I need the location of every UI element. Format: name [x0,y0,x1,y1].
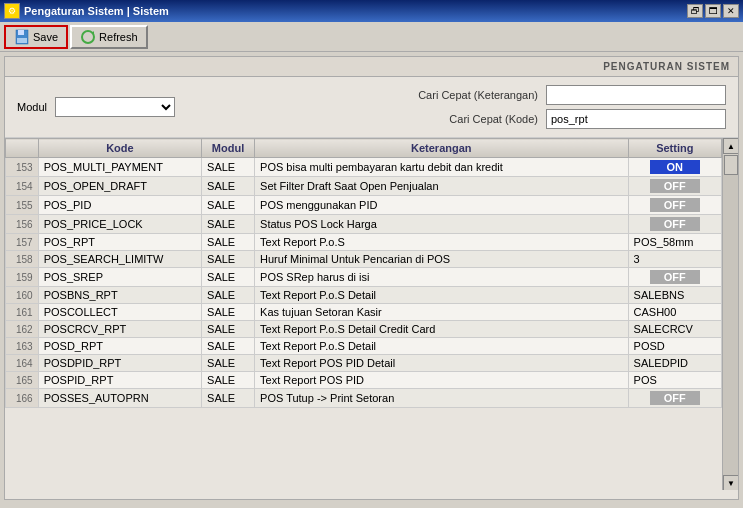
window-controls[interactable]: 🗗 🗖 ✕ [687,4,739,18]
scrollbar[interactable]: ▲ ▼ [722,138,738,490]
modul-select[interactable] [55,97,175,117]
col-header-kode[interactable]: Kode [38,139,201,158]
cell-kode: POSDPID_RPT [38,355,201,372]
cell-setting: OFF [628,268,721,287]
cari-kode-input[interactable] [546,109,726,129]
table-row[interactable]: 166POSSES_AUTOPRNSALEPOS Tutup -> Print … [6,389,722,408]
setting-off-badge: OFF [650,198,700,212]
cari-keterangan-label: Cari Cepat (Keterangan) [418,89,538,101]
title-bar-left: ⚙ Pengaturan Sistem | Sistem [4,3,169,19]
cell-num: 166 [6,389,39,408]
cell-setting: SALEDPID [628,355,721,372]
cell-kode: POSPID_RPT [38,372,201,389]
table-row[interactable]: 154POS_OPEN_DRAFTSALESet Filter Draft Sa… [6,177,722,196]
cell-keterangan: Set Filter Draft Saat Open Penjualan [255,177,629,196]
cell-modul: SALE [202,196,255,215]
close-button[interactable]: ✕ [723,4,739,18]
cell-setting: POS [628,372,721,389]
window-title: Pengaturan Sistem | Sistem [24,5,169,17]
cell-kode: POSCOLLECT [38,304,201,321]
scrollbar-up-button[interactable]: ▲ [723,138,738,154]
page-title: PENGATURAN SISTEM [603,61,730,72]
cari-keterangan-input[interactable] [546,85,726,105]
save-icon [14,29,30,45]
cell-num: 158 [6,251,39,268]
form-left: Modul [17,97,175,117]
cell-num: 165 [6,372,39,389]
cell-num: 155 [6,196,39,215]
table-row[interactable]: 165POSPID_RPTSALEText Report POS PIDPOS [6,372,722,389]
cell-num: 164 [6,355,39,372]
cell-kode: POSSES_AUTOPRN [38,389,201,408]
svg-rect-2 [17,38,27,43]
content-header: PENGATURAN SISTEM [5,57,738,77]
table-row[interactable]: 158POS_SEARCH_LIMITWSALEHuruf Minimal Un… [6,251,722,268]
cell-num: 161 [6,304,39,321]
table-container: Kode Modul Keterangan Setting 153POS_MUL… [5,138,738,490]
col-header-modul[interactable]: Modul [202,139,255,158]
cell-keterangan: POS Tutup -> Print Setoran [255,389,629,408]
cell-kode: POSCRCV_RPT [38,321,201,338]
cell-keterangan: Text Report P.o.S Detail [255,338,629,355]
cell-kode: POSD_RPT [38,338,201,355]
refresh-label: Refresh [99,31,138,43]
table-row[interactable]: 164POSDPID_RPTSALEText Report POS PID De… [6,355,722,372]
cell-num: 157 [6,234,39,251]
cell-modul: SALE [202,268,255,287]
form-area: Modul Cari Cepat (Keterangan) Cari Cepat… [5,77,738,138]
refresh-icon [80,29,96,45]
content-area: PENGATURAN SISTEM Modul Cari Cepat (Kete… [4,56,739,500]
scrollbar-down-button[interactable]: ▼ [723,475,738,490]
table-row[interactable]: 156POS_PRICE_LOCKSALEStatus POS Lock Har… [6,215,722,234]
cell-keterangan: Text Report P.o.S [255,234,629,251]
cell-modul: SALE [202,215,255,234]
cell-kode: POS_MULTI_PAYMENT [38,158,201,177]
cell-modul: SALE [202,158,255,177]
scrollbar-track [723,155,738,475]
table-row[interactable]: 162POSCRCV_RPTSALEText Report P.o.S Deta… [6,321,722,338]
cell-keterangan: Status POS Lock Harga [255,215,629,234]
cell-keterangan: Text Report P.o.S Detail Credit Card [255,321,629,338]
scrollbar-thumb[interactable] [724,155,738,175]
maximize-button[interactable]: 🗖 [705,4,721,18]
table-row[interactable]: 160POSBNS_RPTSALEText Report P.o.S Detai… [6,287,722,304]
cell-num: 153 [6,158,39,177]
cari-kode-row: Cari Cepat (Kode) [449,109,726,129]
table-row[interactable]: 153POS_MULTI_PAYMENTSALEPOS bisa multi p… [6,158,722,177]
cell-kode: POSBNS_RPT [38,287,201,304]
setting-off-badge: OFF [650,270,700,284]
cell-modul: SALE [202,372,255,389]
title-bar: ⚙ Pengaturan Sistem | Sistem 🗗 🗖 ✕ [0,0,743,22]
restore-button[interactable]: 🗗 [687,4,703,18]
col-header-setting[interactable]: Setting [628,139,721,158]
table-row[interactable]: 161POSCOLLECTSALEKas tujuan Setoran Kasi… [6,304,722,321]
cell-modul: SALE [202,389,255,408]
table-header-row: Kode Modul Keterangan Setting [6,139,722,158]
cell-modul: SALE [202,287,255,304]
cell-keterangan: Text Report P.o.S Detail [255,287,629,304]
refresh-button[interactable]: Refresh [70,25,148,49]
cell-num: 156 [6,215,39,234]
svg-rect-1 [18,30,24,35]
cell-num: 162 [6,321,39,338]
form-right: Cari Cepat (Keterangan) Cari Cepat (Kode… [195,85,726,129]
table-row[interactable]: 163POSD_RPTSALEText Report P.o.S DetailP… [6,338,722,355]
cell-keterangan: Kas tujuan Setoran Kasir [255,304,629,321]
cell-num: 163 [6,338,39,355]
cell-setting: SALEBNS [628,287,721,304]
col-header-keterangan[interactable]: Keterangan [255,139,629,158]
table-row[interactable]: 155POS_PIDSALEPOS menggunakan PIDOFF [6,196,722,215]
table-row[interactable]: 157POS_RPTSALEText Report P.o.SPOS_58mm [6,234,722,251]
save-button[interactable]: Save [4,25,68,49]
cell-keterangan: POS SRep harus di isi [255,268,629,287]
cell-num: 160 [6,287,39,304]
cell-keterangan: Huruf Minimal Untuk Pencarian di POS [255,251,629,268]
cell-num: 159 [6,268,39,287]
save-label: Save [33,31,58,43]
cell-modul: SALE [202,321,255,338]
cell-setting: ON [628,158,721,177]
cell-kode: POS_PRICE_LOCK [38,215,201,234]
svg-point-3 [82,31,94,43]
table-row[interactable]: 159POS_SREPSALEPOS SRep harus di isiOFF [6,268,722,287]
cari-kode-label: Cari Cepat (Kode) [449,113,538,125]
